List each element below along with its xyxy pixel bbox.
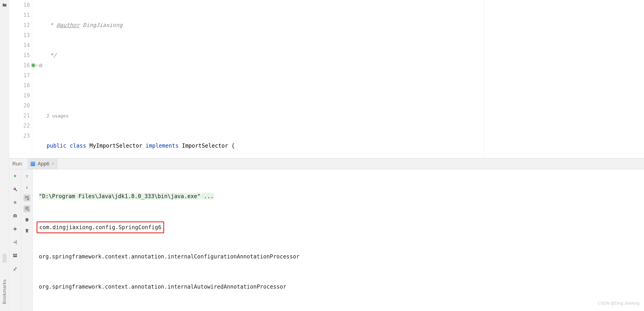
line-number[interactable]: 15 (9, 50, 30, 60)
console-line-highlighted[interactable]: com.dingjiaxiong.config.SpringConfig6 (39, 221, 644, 231)
line-number[interactable]: 21 (9, 111, 30, 121)
down-arrow-icon[interactable]: ↓ (24, 183, 30, 190)
root: Bookmarks 10 11 12 13 14 15 16 ↑@ 17 18 … (0, 0, 644, 311)
layout-icon[interactable] (12, 252, 18, 259)
editor: 10 11 12 13 14 15 16 ↑@ 17 18 19 20 21 2… (9, 0, 644, 158)
line-number[interactable]: 13 (9, 30, 30, 40)
console-line[interactable]: org.springframework.context.annotation.i… (39, 252, 644, 262)
line-number[interactable]: 10 (9, 0, 30, 10)
trash-icon[interactable] (24, 227, 30, 234)
run-tab-title: App6 (38, 161, 49, 167)
svg-rect-4 (15, 254, 17, 255)
editor-right-margin (484, 0, 644, 158)
stop-button[interactable] (12, 199, 18, 206)
project-toolwindow-icon[interactable] (2, 2, 7, 8)
line-number[interactable]: 12 (9, 20, 30, 30)
line-number[interactable]: 18 (9, 80, 30, 91)
run-inner-toolbar: ↑ ↓ (21, 169, 33, 311)
line-number[interactable]: 20 (9, 101, 30, 111)
line-number[interactable]: 16 ↑@ (9, 60, 30, 70)
code-line[interactable]: */ (46, 50, 484, 60)
camera-icon[interactable] (12, 212, 18, 219)
editor-gutter[interactable]: 10 11 12 13 14 15 16 ↑@ 17 18 19 20 21 2… (9, 0, 32, 158)
wrench-icon[interactable] (12, 186, 18, 193)
soft-wrap-button[interactable] (24, 194, 30, 201)
editor-gutter-icons (32, 0, 46, 158)
code-line[interactable]: * @author DingJiaxiong (46, 20, 484, 30)
up-arrow-icon[interactable]: ↑ (24, 173, 30, 179)
line-number[interactable]: 17 (9, 70, 30, 80)
exit-icon[interactable] (12, 239, 18, 246)
bookmarks-toolwindow-label[interactable]: Bookmarks (2, 279, 7, 304)
left-tool-stripe: Bookmarks (0, 0, 9, 311)
run-toolwindow: ↑ ↓ "D:\Program Files\Java\jdk1.8.0_333\… (9, 169, 644, 311)
main-column: 10 11 12 13 14 15 16 ↑@ 17 18 19 20 21 2… (9, 0, 644, 311)
bug-icon[interactable] (12, 225, 18, 232)
line-number[interactable]: 22 (9, 121, 30, 131)
code-line[interactable]: public class MyImportSelector implements… (46, 141, 484, 151)
run-panel-label: Run: (12, 161, 23, 167)
code-area[interactable]: * @author DingJiaxiong */ 2 usages publi… (46, 0, 484, 158)
run-tabbar: Run: App6 × (9, 158, 644, 169)
gutter-override-icon[interactable]: ↑@ (31, 60, 43, 70)
svg-rect-5 (13, 256, 17, 257)
svg-point-2 (14, 228, 16, 230)
run-left-toolbar (9, 169, 21, 311)
scroll-to-end-button[interactable] (24, 205, 30, 212)
close-icon[interactable]: × (52, 161, 54, 166)
pin-icon[interactable] (12, 265, 18, 272)
stripe-grip-icon (2, 254, 6, 263)
svg-rect-0 (14, 201, 16, 204)
console-line[interactable]: org.springframework.context.annotation.i… (39, 282, 644, 292)
line-number[interactable]: 14 (9, 40, 30, 50)
svg-rect-3 (13, 254, 14, 255)
svg-point-1 (14, 215, 16, 217)
run-config-icon (30, 162, 35, 166)
line-number[interactable]: 11 (9, 10, 30, 20)
rerun-button[interactable] (12, 173, 18, 179)
code-line[interactable] (46, 80, 484, 91)
print-icon[interactable] (24, 216, 30, 223)
usages-hint[interactable]: 2 usages (46, 111, 484, 121)
line-number[interactable]: 23 (9, 131, 30, 141)
watermark: CSDN @Ding Jiaxiong (598, 298, 640, 308)
console-output[interactable]: "D:\Program Files\Java\jdk1.8.0_333\bin\… (33, 169, 644, 311)
run-tab[interactable]: App6 × (28, 158, 57, 169)
line-number[interactable]: 19 (9, 91, 30, 101)
console-line[interactable]: "D:\Program Files\Java\jdk1.8.0_333\bin\… (39, 191, 644, 201)
